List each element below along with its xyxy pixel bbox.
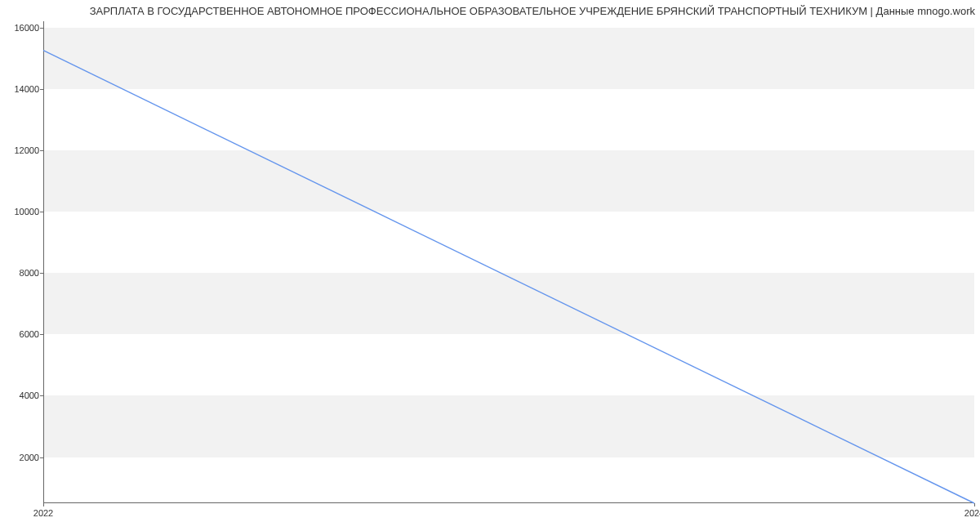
x-tick xyxy=(43,503,44,506)
line-series xyxy=(43,21,974,503)
x-tick xyxy=(974,503,975,506)
y-tick-label: 2000 xyxy=(0,453,39,462)
y-tick-label: 12000 xyxy=(0,145,39,155)
x-tick-label: 2024 xyxy=(964,508,980,518)
y-tick-label: 8000 xyxy=(0,268,39,278)
y-tick-label: 10000 xyxy=(0,207,39,216)
y-tick-label: 14000 xyxy=(0,84,39,94)
y-tick-label: 6000 xyxy=(0,329,39,339)
plot-area xyxy=(43,21,974,503)
x-tick-label: 2022 xyxy=(33,508,53,518)
y-tick-label: 4000 xyxy=(0,390,39,400)
chart-title: ЗАРПЛАТА В ГОСУДАРСТВЕННОЕ АВТОНОМНОЕ ПР… xyxy=(0,5,975,17)
y-tick-label: 16000 xyxy=(0,23,39,33)
